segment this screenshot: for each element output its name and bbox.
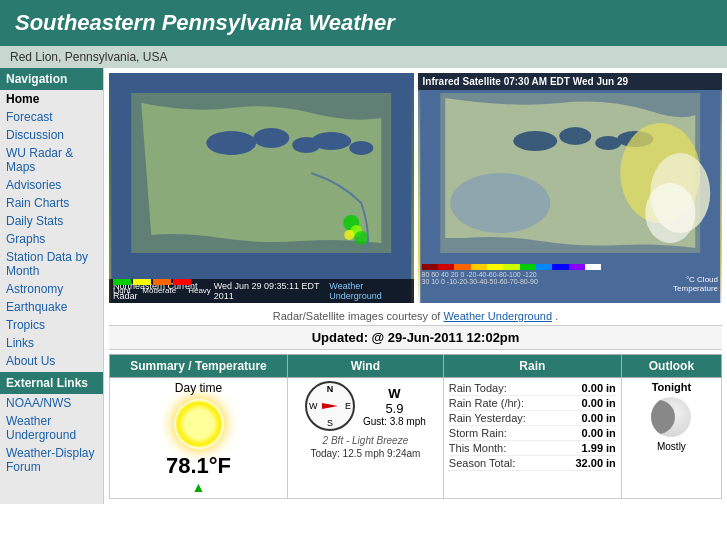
- compass-e: E: [345, 401, 351, 411]
- compass-container: N S E W W 5.9: [293, 381, 438, 431]
- wind-today: Today: 12.5 mph 9:24am: [293, 448, 438, 459]
- radar-left: Northeastern Current Radar Wed Jun 29 09…: [109, 73, 414, 303]
- header-summary: Summary / Temperature: [110, 355, 288, 378]
- svg-point-2: [253, 128, 289, 148]
- wind-details: W 5.9 Gust: 3.8 mph: [363, 386, 426, 427]
- site-title: Southeastern Pennsylvania Weather: [15, 10, 712, 36]
- sidebar-item-graphs[interactable]: Graphs: [0, 230, 103, 248]
- temperature-value: 78.1°F: [115, 453, 282, 479]
- sidebar-item-advisories[interactable]: Advisories: [0, 176, 103, 194]
- rain-yesterday: Rain Yesterday: 0.00 in: [449, 411, 616, 426]
- sidebar-item-wdisplay[interactable]: Weather-Display Forum: [0, 444, 103, 476]
- sidebar-item-home[interactable]: Home: [0, 90, 103, 108]
- sidebar-item-discussion[interactable]: Discussion: [0, 126, 103, 144]
- sidebar-item-about[interactable]: About Us: [0, 352, 103, 370]
- main-layout: Navigation Home Forecast Discussion WU R…: [0, 68, 727, 504]
- weather-table: Summary / Temperature Wind Rain Outlook …: [109, 354, 722, 499]
- compass-w: W: [309, 401, 318, 411]
- wind-gust: Gust: 3.8 mph: [363, 416, 426, 427]
- svg-point-12: [559, 127, 591, 145]
- compass: N S E W: [305, 381, 355, 431]
- summary-cell: Day time 78.1°F ▲: [110, 378, 288, 499]
- sidebar-item-forecast[interactable]: Forecast: [0, 108, 103, 126]
- svg-point-4: [311, 132, 351, 150]
- sidebar-item-station-data[interactable]: Station Data by Month: [0, 248, 103, 280]
- radar-left-legend: [113, 279, 410, 285]
- rain-month: This Month: 1.99 in: [449, 441, 616, 456]
- svg-point-9: [354, 231, 368, 245]
- sun-icon: [174, 399, 224, 449]
- rain-cell: Rain Today: 0.00 in Rain Rate (/hr): 0.0…: [443, 378, 621, 499]
- rain-season: Season Total: 32.00 in: [449, 456, 616, 471]
- radar-right: Infrared Satellite 07:30 AM EDT Wed Jun …: [418, 73, 723, 303]
- sidebar-item-daily-stats[interactable]: Daily Stats: [0, 212, 103, 230]
- attribution-link[interactable]: Weather Underground: [443, 310, 552, 322]
- sidebar-item-wu[interactable]: Weather Underground: [0, 412, 103, 444]
- rain-storm: Storm Rain: 0.00 in: [449, 426, 616, 441]
- sidebar: Navigation Home Forecast Discussion WU R…: [0, 68, 104, 504]
- header-outlook: Outlook: [621, 355, 721, 378]
- sidebar-item-wu-radar[interactable]: WU Radar & Maps: [0, 144, 103, 176]
- sidebar-item-links[interactable]: Links: [0, 334, 103, 352]
- svg-point-18: [450, 173, 550, 233]
- radar-right-legend-label: °C Cloud Temperature: [673, 275, 718, 293]
- site-header: Southeastern Pennsylvania Weather: [0, 0, 727, 46]
- radar-right-title: Infrared Satellite 07:30 AM EDT Wed Jun …: [418, 73, 723, 90]
- day-label: Day time: [115, 381, 282, 395]
- rain-rate: Rain Rate (/hr): 0.00 in: [449, 396, 616, 411]
- site-location: Red Lion, Pennsylvania, USA: [0, 46, 727, 68]
- wind-cell: N S E W W 5.9: [288, 378, 444, 499]
- page-wrapper: Southeastern Pennsylvania Weather Red Li…: [0, 0, 727, 504]
- wind-direction: W: [363, 386, 426, 401]
- compass-n: N: [327, 384, 334, 394]
- radar-left-legend-labels: Light Moderate Heavy: [113, 286, 211, 295]
- svg-point-8: [344, 230, 354, 240]
- svg-point-17: [645, 183, 695, 243]
- header-wind: Wind: [288, 355, 444, 378]
- svg-point-1: [206, 131, 256, 155]
- svg-point-5: [349, 141, 373, 155]
- sidebar-item-noaa[interactable]: NOAA/NWS: [0, 394, 103, 412]
- outlook-label: Tonight: [627, 381, 716, 393]
- main-content: Northeastern Current Radar Wed Jun 29 09…: [104, 68, 727, 504]
- svg-point-11: [513, 131, 557, 151]
- sidebar-item-astronomy[interactable]: Astronomy: [0, 280, 103, 298]
- ext-links-header: External Links: [0, 372, 103, 394]
- bft-label: 2 Bft - Light Breeze: [293, 435, 438, 446]
- wind-speed: 5.9: [363, 401, 426, 416]
- sidebar-item-tropics[interactable]: Tropics: [0, 316, 103, 334]
- header-rain: Rain: [443, 355, 621, 378]
- outlook-cell: Tonight Mostly: [621, 378, 721, 499]
- radar-legend-bar: [113, 279, 191, 285]
- radar-row: Northeastern Current Radar Wed Jun 29 09…: [109, 73, 722, 303]
- outlook-text: Mostly: [627, 441, 716, 452]
- sidebar-item-earthquake[interactable]: Earthquake: [0, 298, 103, 316]
- table-row-main: Day time 78.1°F ▲ N S E: [110, 378, 722, 499]
- radar-attribution: Radar/Satellite images courtesy of Weath…: [109, 307, 722, 325]
- svg-point-13: [595, 136, 621, 150]
- moon-icon: [651, 397, 691, 437]
- radar-right-legend: 80 60 40 20 0 -20-40-60-80-100 -120 30 1…: [422, 264, 663, 285]
- compass-s: S: [327, 418, 333, 428]
- rain-today: Rain Today: 0.00 in: [449, 381, 616, 396]
- updated-timestamp: Updated: @ 29-Jun-2011 12:02pm: [109, 325, 722, 350]
- moon-shadow: [651, 400, 675, 434]
- temp-arrow-icon: ▲: [115, 479, 282, 495]
- sidebar-item-rain-charts[interactable]: Rain Charts: [0, 194, 103, 212]
- nav-header: Navigation: [0, 68, 103, 90]
